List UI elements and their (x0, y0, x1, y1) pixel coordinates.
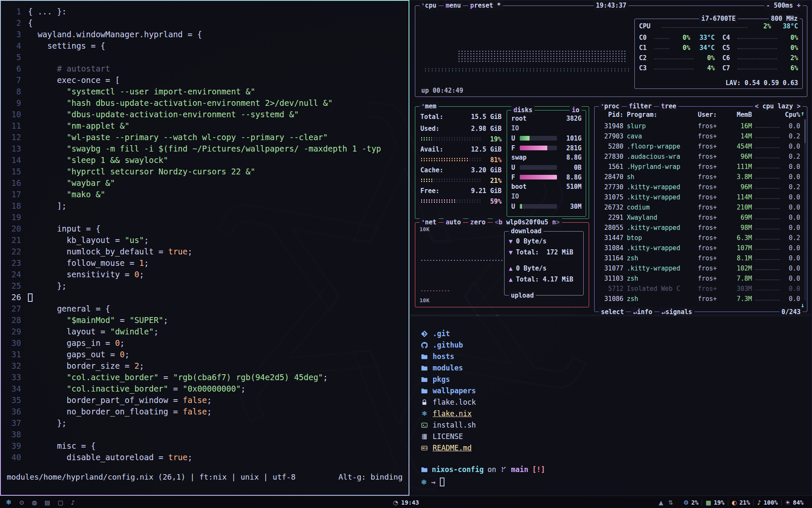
line-number: 19 (3, 212, 28, 223)
network-icon[interactable]: ⇅ (668, 499, 673, 506)
process-row[interactable]: 28470shfros+3.8M0.0 (599, 172, 800, 182)
process-row[interactable]: 31077.kitty-wrappedfros+102M0.0 (599, 263, 800, 273)
signals-hint[interactable]: ↵signals (659, 307, 694, 317)
line-number: 28 (3, 315, 28, 326)
net-auto-toggle[interactable]: auto (444, 218, 463, 227)
info-hint[interactable]: ↵info (631, 307, 654, 317)
process-scrollbar[interactable] (804, 119, 806, 301)
shell-prompt-input-line[interactable]: ❄ → (421, 478, 444, 486)
editor-line[interactable]: 35 border_part_of_window = false; (3, 395, 408, 406)
select-hint[interactable]: select (599, 307, 626, 317)
scrollbar-thumb[interactable] (804, 119, 806, 143)
editor-line[interactable]: 25 }; (3, 280, 408, 292)
editor-line[interactable]: 32 border_size = 2; (3, 360, 408, 372)
process-row[interactable]: 31164zshfros+8.1M0.0 (599, 253, 800, 263)
editor-line[interactable]: 19 (3, 212, 408, 223)
editor-line[interactable]: 12 "wl-paste --primary --watch wl-copy -… (3, 132, 408, 143)
waybar-module-cpu[interactable]: ⚙2% (680, 499, 702, 506)
editor-line[interactable]: 6 # autostart (3, 63, 408, 75)
editor-line[interactable]: 16 "waybar &" (3, 177, 408, 189)
process-row[interactable]: 26732codiumfros+210M0.0 (599, 202, 800, 213)
editor-line[interactable]: 7 exec-once = [ (3, 75, 408, 86)
editor-line[interactable]: 1{ ... }: (3, 6, 408, 17)
code-text: numlock_by_default = true; (28, 246, 192, 257)
process-row[interactable]: 31948slurpfros+16M0.0 (599, 121, 800, 131)
editor-line[interactable]: 4 settings = { (3, 40, 408, 52)
editor-line[interactable]: 22 numlock_by_default = true; (3, 246, 408, 257)
editor-line[interactable]: 21 kb_layout = "us"; (3, 235, 408, 246)
waybar-module-volume[interactable]: ♪100% (753, 499, 781, 506)
update-interval-control[interactable]: - 500ms + (764, 1, 803, 10)
filter-button[interactable]: filter (627, 102, 654, 111)
net-interface-switcher[interactable]: <b wlp0s20f0u5 n> (493, 218, 562, 227)
scroll-up-icon[interactable]: ↑ (801, 110, 804, 117)
process-row[interactable]: 31103zshfros+7.8M0.0 (599, 273, 800, 284)
process-row[interactable]: 5712Isolated Web Cfros+303M0.0 (599, 284, 800, 294)
editor-line[interactable]: 13 "swaybg -m fill -i $(find ~/Pictures/… (3, 143, 408, 155)
process-row[interactable]: 27730.kitty-wrappedfros+96M0.2 (599, 182, 800, 192)
editor-line[interactable]: 38 (3, 429, 408, 440)
editor-line[interactable]: 15 "hyprctl setcursor Nordzy-cursors 22 … (3, 166, 408, 177)
process-box-title[interactable]: ⁴proc (599, 102, 622, 111)
nixos-logo-icon[interactable]: ❄ (6, 498, 11, 506)
editor-line[interactable]: 11 "nm-applet &" (3, 120, 408, 132)
net-zero-toggle[interactable]: zero (468, 218, 488, 227)
editor-line[interactable]: 18 ]; (3, 200, 408, 212)
process-row[interactable]: 31084.kitty-wrappedfros+107M0.0 (599, 243, 800, 253)
editor-line[interactable]: 8 "systemctl --user import-environment &… (3, 86, 408, 97)
sort-selector[interactable]: < cpu lazy > (753, 102, 803, 111)
process-row[interactable]: 27903cavafros+14M0.2 (599, 131, 800, 141)
cpu-box-title[interactable]: ¹cpu (420, 1, 439, 10)
editor-line[interactable]: 26 (3, 292, 408, 303)
editor-line[interactable]: 20 input = { (3, 223, 408, 235)
process-row[interactable]: 28055.kitty-wrappedfros+98M0.0 (599, 223, 800, 233)
editor-line[interactable]: 23 follow_mouse = 1; (3, 257, 408, 269)
files-icon[interactable]: ▤ (44, 499, 50, 506)
editor-line[interactable]: 29 layout = "dwindle"; (3, 326, 408, 337)
process-row[interactable]: 2291Xwaylandfros+69M0.0 (599, 213, 800, 223)
display-icon[interactable]: ▢ (58, 499, 63, 506)
tray-expand-icon[interactable]: ▲ (659, 499, 664, 506)
waybar-module-memory[interactable]: ▦19% (702, 499, 728, 506)
disks-title[interactable]: disks (511, 105, 535, 115)
memory-box-title[interactable]: ²mem (420, 102, 439, 111)
menu-button[interactable]: menu (444, 1, 463, 10)
editor-line[interactable]: 2{ (3, 17, 408, 29)
editor-line[interactable]: 28 "$mainMod" = "SUPER"; (3, 315, 408, 326)
editor-line[interactable]: 24 sensitivity = 0; (3, 269, 408, 280)
editor-line[interactable]: 37 }; (3, 417, 408, 429)
editor-line[interactable]: 39 misc = { (3, 440, 408, 452)
tree-toggle[interactable]: tree (659, 102, 678, 111)
editor-line[interactable]: 5 (3, 52, 408, 63)
browser-icon[interactable]: ◍ (32, 499, 37, 506)
code-text: sensitivity = 0; (28, 269, 144, 280)
process-row[interactable]: 31447btopfros+6.3M0.2 (599, 233, 800, 243)
editor-line[interactable]: 27 general = { (3, 303, 408, 315)
waybar-clock[interactable]: ◔ 19:43 (393, 499, 419, 506)
waybar-module-brightness[interactable]: ☀84% (781, 499, 807, 506)
waybar-module-disk[interactable]: ◐21% (728, 499, 754, 506)
process-row[interactable]: 31075.kitty-wrappedfros+114M0.0 (599, 192, 800, 202)
process-row[interactable]: 31086zshfros+7.3M0.0 (599, 294, 800, 304)
editor-line[interactable]: 33 "col.active_border" = "rgb(cba6f7) rg… (3, 372, 408, 383)
network-box-title[interactable]: ³net (420, 218, 439, 227)
disks-io-toggle[interactable]: io (570, 105, 582, 115)
github-icon (421, 342, 428, 348)
editor-line[interactable]: 34 "col.inactive_border" = "0x00000000"; (3, 383, 408, 395)
editor-line[interactable]: 17 "mako &" (3, 189, 408, 200)
preset-button[interactable]: preset * (468, 1, 503, 10)
music-icon[interactable]: ♪ (71, 499, 75, 506)
editor-line[interactable]: 36 no_border_on_floating = false; (3, 406, 408, 417)
editor-line[interactable]: 9 "hash dbus-update-activation-environme… (3, 97, 408, 109)
editor-line[interactable]: 40 disable_autoreload = true; (3, 452, 408, 463)
editor-line[interactable]: 31 gaps_out = 0; (3, 349, 408, 360)
launcher-icon[interactable]: ⊙ (19, 499, 24, 506)
editor-line[interactable]: 10 "dbus-update-activation-environment -… (3, 109, 408, 120)
process-row[interactable]: 5280.floorp-wrappefros+454M0.0 (599, 141, 800, 152)
editor-line[interactable]: 14 "sleep 1 && swaylock" (3, 155, 408, 166)
process-row[interactable]: 1561.Hyprland-wrapfros+111M0.0 (599, 162, 800, 172)
editor-line[interactable]: 3 wayland.windowManager.hyprland = { (3, 29, 408, 40)
dotted-leader (654, 69, 694, 69)
editor-line[interactable]: 30 gaps_in = 0; (3, 337, 408, 349)
process-row[interactable]: 27830.audacious-wrafros+96M0.2 (599, 152, 800, 162)
